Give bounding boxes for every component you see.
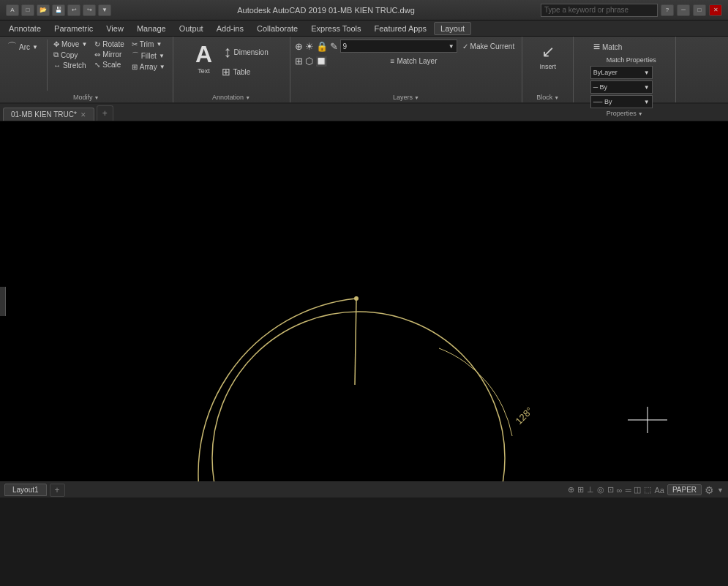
arc3-btn[interactable] <box>4 69 41 82</box>
selection-btn[interactable]: ⬚ <box>644 485 651 495</box>
menu-expresstools[interactable]: Express Tools <box>305 23 367 34</box>
redo-btn[interactable]: ↪ <box>83 4 96 16</box>
undo-btn[interactable]: ↩ <box>67 4 80 16</box>
properties-arrow-icon: ▼ <box>638 111 643 116</box>
block-content: ↙ Insert <box>534 40 562 92</box>
layer-bottom-row: ⊞ ⬡ 🔲 ≡ Match Layer <box>295 56 440 67</box>
layer-dropdown[interactable]: 9 ▼ <box>340 40 457 53</box>
dropdown-arrow-icon[interactable]: ▼ <box>717 487 724 494</box>
grid-btn[interactable]: ⊞ <box>577 485 584 495</box>
save-btn[interactable]: 💾 <box>52 4 65 16</box>
tab-add-btn[interactable]: + <box>97 105 113 121</box>
ortho-btn[interactable]: ⊥ <box>587 485 594 495</box>
linetype-arrow: ▼ <box>644 84 650 91</box>
menu-layout[interactable]: Layout <box>434 22 471 35</box>
paper-btn[interactable]: PAPER <box>667 484 702 495</box>
annotation-col-2: ↕ Dimension ⊞ Table <box>219 40 272 78</box>
properties-content: ≡ Match Match Properties ByLayer ▼ ─ By … <box>590 40 659 108</box>
rotate-btn[interactable]: ↻ Rotate <box>91 40 127 49</box>
trim-btn[interactable]: ✂ Trim ▼ <box>129 40 168 49</box>
layer-icon-4[interactable]: ✎ <box>330 41 338 52</box>
table-btn[interactable]: ⊞ Table <box>219 65 272 78</box>
title-bar-left-icons: A □ 📂 💾 ↩ ↪ ▼ <box>6 4 111 16</box>
move-btn[interactable]: ✥ Move ▼ <box>50 40 90 49</box>
modify-col-4: ✂ Trim ▼ ⌒ Fillet ▼ ⊞ Array ▼ <box>129 40 168 72</box>
move-icon: ✥ <box>53 40 59 48</box>
new-btn[interactable]: □ <box>21 4 34 16</box>
drawing-tab[interactable]: 01-MB KIEN TRUC* ✕ <box>3 108 94 121</box>
gear-icon[interactable]: ⚙ <box>705 484 714 496</box>
dtrack-btn[interactable]: ∞ <box>617 486 623 495</box>
polar-btn[interactable]: ◎ <box>597 485 604 495</box>
menu-annotate[interactable]: Annotate <box>3 23 47 34</box>
layer-icon-7[interactable]: 🔲 <box>315 56 327 67</box>
layer-top-row: ⊕ ☀ 🔒 ✎ 9 ▼ ✓ Make Current <box>295 40 518 53</box>
linetype-dropdown[interactable]: ─ By ▼ <box>590 80 653 94</box>
insert-icon: ↙ <box>541 42 555 61</box>
title-bar: A □ 📂 💾 ↩ ↪ ▼ Autodesk AutoCAD 2019 01-M… <box>0 0 728 20</box>
layout-bar: Layout1 + ⊕ ⊞ ⊥ ◎ ⊡ ∞ ═ ◫ ⬚ Aa PAPER ⚙ ▼ <box>0 481 728 497</box>
match-properties-label: Match Properties <box>590 56 659 64</box>
menu-bar: Annotate Parametric View Manage Output A… <box>0 20 728 37</box>
menu-featuredapps[interactable]: Featured Apps <box>369 23 433 34</box>
match-layer-btn[interactable]: ≡ Match Layer <box>388 56 440 66</box>
stretch-btn[interactable]: ↔ Stretch <box>50 61 90 70</box>
insert-btn[interactable]: ↙ Insert <box>534 40 562 73</box>
copy-btn[interactable]: ⧉ Copy <box>50 50 90 60</box>
layer-icon-5[interactable]: ⊞ <box>295 56 303 67</box>
color-arrow: ▼ <box>644 70 650 76</box>
menu-output[interactable]: Output <box>173 23 209 34</box>
outer-arc <box>198 298 457 481</box>
bottom-right-controls: ⊕ ⊞ ⊥ ◎ ⊡ ∞ ═ ◫ ⬚ Aa PAPER ⚙ ▼ <box>568 484 724 496</box>
layer-icon-1[interactable]: ⊕ <box>295 41 303 52</box>
layer-icon-3[interactable]: 🔒 <box>316 41 328 52</box>
transparency-btn[interactable]: ◫ <box>634 485 641 495</box>
maximize-btn[interactable]: □ <box>693 4 706 16</box>
tab-close-icon[interactable]: ✕ <box>80 111 86 119</box>
fillet-btn[interactable]: ⌒ Fillet ▼ <box>129 50 168 61</box>
annotate-scale-btn[interactable]: Aa <box>654 486 664 495</box>
menu-view[interactable]: View <box>100 23 130 34</box>
linewidth-btn[interactable]: ═ <box>626 486 631 495</box>
help-btn[interactable]: ? <box>661 4 674 16</box>
menu-collaborate[interactable]: Collaborate <box>251 23 304 34</box>
trim-icon: ✂ <box>132 40 138 48</box>
color-dropdown[interactable]: ByLayer ▼ <box>590 66 653 79</box>
minimize-btn[interactable]: ─ <box>677 4 690 16</box>
array-arrow: ▼ <box>160 64 165 70</box>
dimension-btn[interactable]: ↕ Dimension <box>219 40 272 64</box>
stretch-icon: ↔ <box>53 61 61 70</box>
text-icon: A <box>195 42 212 66</box>
canvas-area[interactable]: 128° <box>0 121 728 481</box>
search-box[interactable]: Type a keyword or phrase <box>541 4 658 17</box>
arc2-btn[interactable] <box>4 55 41 68</box>
mirror-btn[interactable]: ⇔ Mirror <box>91 50 127 59</box>
make-current-btn[interactable]: ✓ Make Current <box>459 42 518 51</box>
isnap-btn[interactable]: ⊡ <box>607 485 614 495</box>
open-btn[interactable]: 📂 <box>37 4 50 16</box>
layout1-tab[interactable]: Layout1 <box>4 484 47 496</box>
layer-icon-2[interactable]: ☀ <box>305 41 314 52</box>
mirror-icon: ⇔ <box>94 50 100 59</box>
array-btn[interactable]: ⊞ Array ▼ <box>129 62 168 72</box>
menu-addins[interactable]: Add-ins <box>211 23 249 34</box>
menu-parametric[interactable]: Parametric <box>48 23 99 34</box>
autocad-logo-btn[interactable]: A <box>6 4 19 16</box>
annotation-group-label: Annotation Annotation ▼ <box>212 94 250 101</box>
block-group-label: Block ▼ <box>536 94 559 101</box>
text-btn[interactable]: A Text <box>189 40 217 78</box>
modify-arrow-icon: ▼ <box>94 95 100 100</box>
menu-manage[interactable]: Manage <box>131 23 172 34</box>
search-placeholder: Type a keyword or phrase <box>544 6 628 14</box>
close-btn[interactable]: ✕ <box>709 4 722 16</box>
match-properties-btn[interactable]: ≡ Match <box>590 40 626 54</box>
ribbon-group-properties: ≡ Match Match Properties ByLayer ▼ ─ By … <box>574 37 676 102</box>
snap-btn[interactable]: ⊕ <box>568 485 574 495</box>
lineweight-dropdown[interactable]: ── By ▼ <box>590 95 653 108</box>
scale-btn[interactable]: ⤡ Scale <box>91 60 127 70</box>
more-btn[interactable]: ▼ <box>98 4 111 16</box>
title-bar-right-icons: Type a keyword or phrase ? ─ □ ✕ <box>541 4 722 17</box>
layout-add-btn[interactable]: + <box>50 484 65 497</box>
layer-icon-6[interactable]: ⬡ <box>305 56 313 67</box>
arc-btn[interactable]: ⌒ Arc ▼ <box>4 40 41 54</box>
